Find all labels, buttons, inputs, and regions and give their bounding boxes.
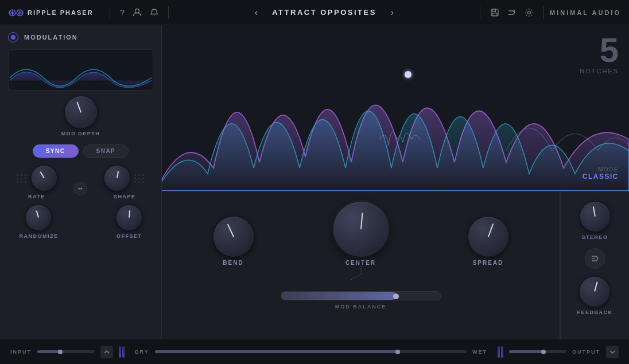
feedback-knob[interactable] <box>580 277 609 307</box>
mod-waveform-display <box>8 49 153 91</box>
spread-knob[interactable] <box>468 217 508 257</box>
rate-label: RATE <box>28 194 45 199</box>
shape-knob[interactable] <box>104 166 130 191</box>
snap-button[interactable]: SNAP <box>83 144 129 158</box>
mod-balance-area: MOD BALANCE <box>179 291 542 310</box>
output-section: OUTPUT <box>498 346 619 358</box>
brand-area: MINIMAL AUDIO <box>550 9 621 16</box>
shape-label: SHAPE <box>114 194 136 199</box>
dry-wet-section: DRY WET <box>135 349 487 355</box>
bend-knob[interactable] <box>213 217 254 257</box>
modulation-header: MODULATION <box>8 32 153 42</box>
bend-section: BEND <box>213 217 254 266</box>
svg-rect-3 <box>493 9 496 12</box>
main-layout: MODULATION MOD DEPTH SYNC <box>0 25 629 339</box>
input-section: INPUT <box>10 346 125 358</box>
logo-icon: ⊛⊛ <box>8 6 23 19</box>
spectrum-display: 5 NOTCHES MODE CLASSIC <box>162 25 629 191</box>
right-panel: 5 NOTCHES MODE CLASSIC BEND <box>162 25 629 339</box>
center-knob[interactable] <box>333 202 389 257</box>
save-button[interactable] <box>486 6 503 19</box>
controls-area: BEND CENTER SPREAD <box>162 191 629 339</box>
spread-label: SPREAD <box>473 260 504 266</box>
shuffle-button[interactable] <box>585 248 605 269</box>
rate-knob[interactable] <box>32 166 57 191</box>
output-slider[interactable] <box>509 350 566 353</box>
stereo-section: STEREO <box>580 202 610 240</box>
randomize-section: RANDOMIZE <box>19 205 58 239</box>
feedback-label: FEEDBACK <box>577 310 612 315</box>
shuffle-icon <box>507 8 517 17</box>
dry-wet-thumb <box>395 350 400 354</box>
shape-section: SHAPE <box>104 166 145 199</box>
dry-wet-slider[interactable] <box>155 350 467 353</box>
dry-wet-fill <box>155 350 398 353</box>
power-indicator <box>11 35 15 40</box>
input-slider[interactable] <box>37 350 95 353</box>
prev-preset-button[interactable]: ‹ <box>251 5 262 20</box>
bell-icon <box>150 8 158 17</box>
sync-button[interactable]: SYNC <box>33 144 79 158</box>
slider-thumb <box>393 293 399 299</box>
randomize-offset-row: RANDOMIZE OFFSET <box>8 205 153 239</box>
shuffle-icon <box>591 254 600 263</box>
svg-rect-4 <box>492 13 497 15</box>
plugin-name: RIPPLE PHASER <box>28 9 94 16</box>
brand-name: MINIMAL AUDIO <box>550 9 621 16</box>
logo-area: ⊛⊛ RIPPLE PHASER <box>8 6 94 19</box>
power-button[interactable] <box>8 32 18 42</box>
save-icon <box>490 8 499 17</box>
vu-meters <box>119 346 125 358</box>
offset-label: OFFSET <box>117 233 142 239</box>
shuffle-button[interactable] <box>503 6 521 19</box>
offset-knob[interactable] <box>117 205 142 230</box>
randomize-label: RANDOMIZE <box>19 233 58 239</box>
mod-balance-label: MOD BALANCE <box>335 304 387 310</box>
dot-grid-left <box>17 174 27 183</box>
input-label: INPUT <box>10 349 32 355</box>
mode-value: CLASSIC <box>583 173 619 181</box>
main-controls: BEND CENTER SPREAD <box>162 191 560 339</box>
link-section <box>73 182 87 195</box>
sync-snap-row: SYNC SNAP <box>8 144 153 158</box>
separator <box>480 6 480 19</box>
stereo-label: STEREO <box>581 234 608 240</box>
center-section: CENTER <box>333 202 389 266</box>
preset-nav: ‹ ATTRACT OPPOSITES › <box>174 5 474 20</box>
help-button[interactable]: ? <box>116 5 129 19</box>
separator <box>110 6 110 19</box>
bend-label: BEND <box>223 260 243 266</box>
mod-balance-slider[interactable] <box>281 291 441 300</box>
output-label: OUTPUT <box>572 349 600 355</box>
right-controls: STEREO FEEDBACK <box>560 191 629 339</box>
notches-display: 5 NOTCHES <box>580 33 619 75</box>
settings-button[interactable] <box>521 6 538 19</box>
mode-display: MODE CLASSIC <box>583 166 619 181</box>
svg-point-8 <box>81 187 83 189</box>
separator <box>168 6 169 19</box>
next-preset-button[interactable]: › <box>387 5 398 20</box>
input-expand-button[interactable] <box>100 346 113 358</box>
waveform-svg <box>9 50 153 90</box>
output-expand-button[interactable] <box>606 346 619 358</box>
svg-point-0 <box>135 9 139 13</box>
stereo-knob[interactable] <box>580 202 610 232</box>
user-button[interactable] <box>129 6 146 19</box>
dot-grid-right <box>134 174 145 183</box>
preset-name: ATTRACT OPPOSITES <box>272 8 376 17</box>
randomize-knob[interactable] <box>26 205 51 230</box>
rate-shape-row: RATE SHAPE <box>8 166 153 199</box>
link-button[interactable] <box>73 182 87 195</box>
svg-point-7 <box>79 187 80 189</box>
output-thumb <box>541 350 546 354</box>
connector <box>179 266 542 283</box>
left-panel: MODULATION MOD DEPTH SYNC <box>0 25 162 339</box>
spread-section: SPREAD <box>468 217 508 266</box>
bell-button[interactable] <box>146 6 162 19</box>
rate-section: RATE <box>17 166 57 199</box>
mod-depth-label: MOD DEPTH <box>61 131 100 136</box>
mode-label: MODE <box>583 166 619 173</box>
notches-label: NOTCHES <box>580 68 619 75</box>
mod-depth-knob[interactable] <box>65 96 97 128</box>
settings-icon <box>525 8 534 17</box>
